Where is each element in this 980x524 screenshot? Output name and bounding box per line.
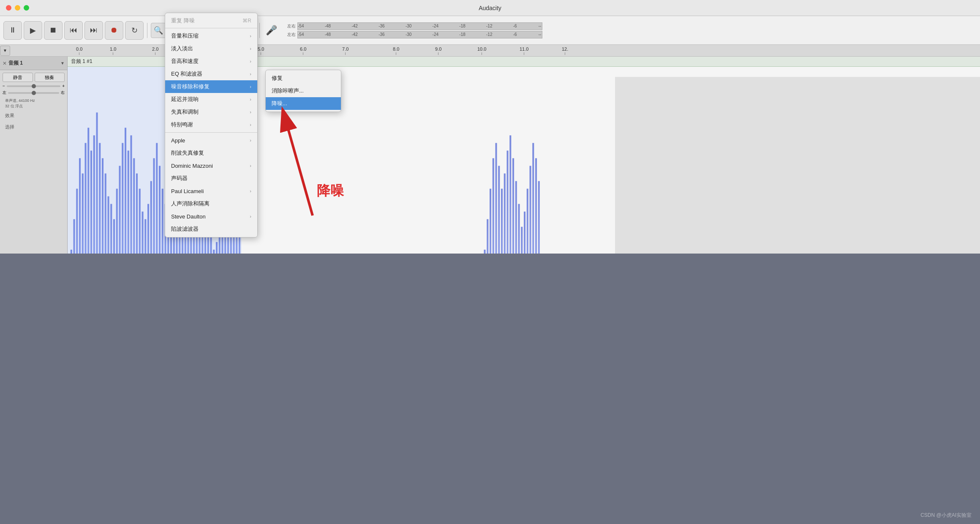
minimize-button[interactable]: [15, 5, 20, 11]
vu-meter: 左右 -54-48-42-36-30-24-18-12-6↔ 左右 -54-48…: [284, 22, 542, 38]
window-controls: [6, 5, 29, 11]
menu-item-vocal[interactable]: 人声消除和隔离: [165, 197, 257, 210]
menu-separator-mid: [165, 132, 257, 133]
select-label: 选择: [3, 123, 65, 131]
arrow-icon: ›: [250, 109, 251, 115]
fade-label: 淡入淡出: [171, 45, 193, 52]
mute-button[interactable]: 静音: [3, 73, 33, 82]
menu-item-notch[interactable]: 陷波滤波器: [165, 223, 257, 235]
minus-icon: −: [3, 84, 5, 88]
menu-item-noise[interactable]: 噪音移除和修复 ›: [165, 80, 257, 93]
menu-item-vocoder[interactable]: 声码器: [165, 172, 257, 185]
record-button[interactable]: ⏺: [105, 21, 123, 40]
vu-bar-1: -54-48-42-36-30-24-18-12-6↔: [297, 22, 542, 30]
ruler-dropdown[interactable]: ▼: [0, 46, 10, 56]
dominic-label: Dominic Mazzoni: [171, 163, 213, 169]
left-label: 左: [3, 90, 6, 96]
maximize-button[interactable]: [24, 5, 29, 11]
menu-item-repeat[interactable]: 重复 降噪 ⌘R: [165, 15, 257, 27]
menu-separator-top: [165, 28, 257, 28]
mute-solo-row: 静音 独奏: [3, 73, 65, 82]
ruler-mark-8: 10.0: [477, 46, 486, 55]
volume-slider[interactable]: [7, 85, 60, 87]
distort-label: 失真和调制: [171, 108, 199, 116]
menu-item-credits[interactable]: 特别鸣谢 ›: [165, 118, 257, 131]
menu-item-declip[interactable]: 削波失真修复: [165, 147, 257, 159]
pause-button[interactable]: ⏸: [3, 21, 22, 40]
ruler-mark-2: 2.0: [152, 46, 158, 55]
effects-context-menu: 重复 降噪 ⌘R 音量和压缩 › 淡入淡出 › 音高和速度 › EQ 和滤波器 …: [165, 13, 258, 237]
vu-scale-1: -54-48-42-36-30-24-18-12-6↔: [298, 24, 542, 28]
ruler-mark-9: 11.0: [520, 46, 528, 55]
title-bar: Audacity: [0, 0, 980, 16]
repair-label: 修复: [272, 74, 283, 82]
menu-item-distort[interactable]: 失真和调制 ›: [165, 106, 257, 118]
repeat-shortcut: ⌘R: [242, 18, 251, 24]
transport-controls: ⏸ ▶ ⏹ ⏮ ⏭ ⏺ ↻: [3, 21, 144, 40]
vu-label-2: 左右: [284, 32, 296, 38]
ruler-mark-7: 9.0: [435, 46, 441, 55]
next-button[interactable]: ⏭: [84, 21, 103, 40]
vocal-label: 人声消除和隔离: [171, 200, 210, 207]
volume-thumb: [32, 84, 36, 88]
arrow-icon: ›: [250, 188, 251, 194]
track-name: 音频 1: [8, 60, 59, 67]
watermark: CSDN @小虎AI实验室: [920, 512, 972, 519]
track-info-1: 单声道, 44100 Hz: [5, 98, 62, 104]
noise-submenu: 修复 消除咔嚓声... 降噪...: [265, 70, 341, 112]
menu-item-volume[interactable]: 音量和压缩 ›: [165, 30, 257, 42]
close-button[interactable]: [6, 5, 11, 11]
arrow-icon: ›: [250, 97, 251, 102]
pan-slider[interactable]: [8, 92, 59, 94]
apple-label: Apple: [171, 137, 185, 144]
plus-icon: +: [62, 84, 65, 88]
play-button[interactable]: ▶: [24, 21, 42, 40]
track-arrow-icon[interactable]: ▼: [60, 61, 65, 66]
credits-label: 特别鸣谢: [171, 121, 193, 128]
delay-label: 延迟并混响: [171, 96, 199, 103]
menu-item-pitch[interactable]: 音高和速度 ›: [165, 55, 257, 68]
right-label: 右: [61, 90, 65, 96]
effects-label: 效果: [3, 112, 65, 120]
menu-item-apple[interactable]: Apple ›: [165, 134, 257, 147]
vu-scale-2: -54-48-42-36-30-24-18-12-6↔: [298, 32, 542, 37]
submenu-item-repair[interactable]: 修复: [266, 72, 341, 85]
steve-label: Steve Daulton: [171, 213, 206, 220]
ruler-mark-4: 6.0: [300, 46, 306, 55]
loop-button[interactable]: ↻: [125, 21, 144, 40]
track-info-2: 32 位 浮点: [5, 104, 62, 109]
ruler-mark-3: 5.0: [258, 46, 264, 55]
menu-item-paul[interactable]: Paul Licameli ›: [165, 185, 257, 197]
arrow-icon: ›: [250, 33, 251, 38]
menu-item-delay[interactable]: 延迟并混响 ›: [165, 93, 257, 106]
menu-item-eq[interactable]: EQ 和滤波器 ›: [165, 68, 257, 80]
mic-icon[interactable]: 🎤: [266, 25, 277, 36]
ruler-mark-0: 0.0: [76, 46, 82, 55]
submenu-item-denoise[interactable]: 降噪...: [266, 97, 341, 110]
menu-item-fade[interactable]: 淡入淡出 ›: [165, 42, 257, 55]
pan-row: 左 右: [3, 90, 65, 96]
menu-item-dominic[interactable]: Dominic Mazzoni ›: [165, 159, 257, 172]
submenu-item-declicker[interactable]: 消除咔嚓声...: [266, 85, 341, 97]
timeline-ruler: ▼ 0.0 1.0 2.0 5.0 6.0 7.0 8.0 9.0 10.0 1…: [0, 45, 980, 57]
track-controls: 静音 独奏 − + 左 右 单声道, 44100 Hz 32 位 浮点: [0, 70, 67, 134]
prev-button[interactable]: ⏮: [64, 21, 83, 40]
paul-label: Paul Licameli: [171, 188, 204, 194]
annotation-text: 降噪: [317, 182, 344, 200]
arrow-icon: ›: [250, 71, 251, 76]
denoise-label: 降噪...: [272, 100, 287, 107]
menu-item-steve[interactable]: Steve Daulton ›: [165, 210, 257, 223]
solo-button[interactable]: 独奏: [35, 73, 65, 82]
arrow-icon: ›: [250, 59, 251, 64]
pan-thumb: [32, 91, 36, 95]
stop-button[interactable]: ⏹: [44, 21, 63, 40]
ruler-mark-5: 7.0: [342, 46, 348, 55]
arrow-icon: ›: [250, 163, 251, 168]
track-close-button[interactable]: ✕: [3, 60, 7, 66]
vu-label-1: 左右: [284, 23, 296, 29]
declicker-label: 消除咔嚓声...: [272, 87, 304, 95]
track-label: 音频 1 #1: [71, 58, 93, 65]
zoom-button[interactable]: 🔍: [151, 23, 166, 38]
arrow-icon: ›: [250, 138, 251, 143]
track-header: ✕ 音频 1 ▼: [0, 57, 67, 70]
